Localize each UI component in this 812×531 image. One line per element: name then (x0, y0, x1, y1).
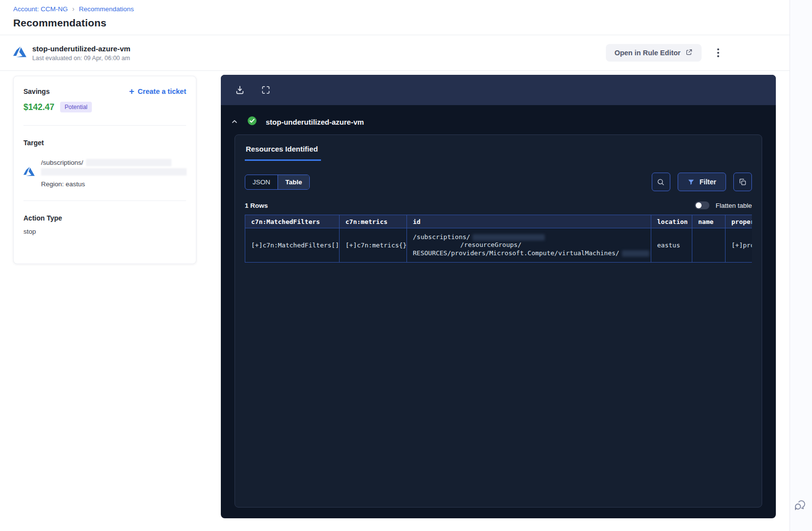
funnel-icon (687, 178, 695, 186)
open-rule-editor-label: Open in Rule Editor (615, 49, 681, 57)
header-actions: Open in Rule Editor (606, 44, 722, 62)
recommendation-identity: stop-underutilized-azure-vm Last evaluat… (13, 44, 130, 62)
recommendation-title-block: stop-underutilized-azure-vm Last evaluat… (32, 44, 130, 62)
redacted-text (86, 159, 171, 166)
action-type-label: Action Type (23, 214, 62, 222)
chevron-up-icon[interactable] (231, 118, 238, 126)
cell-metrics-expander[interactable]: [+]c7n:metrics{} (340, 228, 407, 263)
target-path-text: /subscriptions/ (41, 159, 83, 166)
table-row: [+]c7n:MatchedFilters[] [+]c7n:metrics{}… (245, 228, 752, 263)
view-mode-toggle: JSON Table (245, 175, 310, 190)
action-type-value: stop (23, 228, 186, 235)
cell-properties-expander[interactable]: [+]properties{} (726, 228, 752, 263)
panel-toolbar (221, 75, 776, 105)
right-rail (790, 0, 812, 531)
page-title: Recommendations (13, 17, 790, 29)
tab-resources-identified[interactable]: Resources Identified (245, 145, 321, 161)
redacted-text (622, 250, 649, 257)
card-divider (23, 200, 186, 201)
results-table: c7n:MatchedFilters c7n:metrics id locati… (245, 215, 752, 263)
view-mode-json[interactable]: JSON (245, 175, 278, 189)
main-content-column: Account: CCM-NG › Recommendations Recomm… (0, 0, 790, 531)
flatten-table-toggle[interactable] (695, 201, 709, 209)
resources-identified-card: Resources Identified JSON Table (235, 134, 762, 508)
recommendations-page: Account: CCM-NG › Recommendations Recomm… (0, 0, 812, 531)
recommendation-header: stop-underutilized-azure-vm Last evaluat… (0, 35, 790, 71)
resource-id-line1: /subscriptions/ (413, 233, 470, 241)
filter-label: Filter (700, 178, 716, 186)
plus-icon: + (129, 88, 134, 95)
breadcrumb-recommendations-link[interactable]: Recommendations (79, 5, 134, 13)
azure-logo-icon (13, 46, 26, 59)
cell-location: eastus (651, 228, 692, 263)
recommendation-name: stop-underutilized-azure-vm (32, 44, 130, 53)
search-button[interactable] (652, 173, 670, 191)
view-mode-table[interactable]: Table (278, 175, 309, 189)
column-header-location: location (651, 215, 692, 228)
copy-button[interactable] (733, 173, 752, 191)
cell-resource-id: /subscriptions/ /resourceGroups/ RESOURC… (407, 228, 651, 263)
more-options-menu-button[interactable] (714, 46, 722, 59)
azure-logo-icon-small (23, 167, 35, 178)
create-ticket-label: Create a ticket (138, 88, 186, 95)
cell-name (692, 228, 726, 263)
panel-rule-title: stop-underutilized-azure-vm (266, 118, 364, 126)
filter-button[interactable]: Filter (678, 173, 726, 191)
savings-amount: $142.47 (23, 102, 54, 112)
results-table-container: c7n:MatchedFilters c7n:metrics id locati… (245, 215, 752, 263)
breadcrumb-account-link[interactable]: Account: CCM-NG (13, 5, 68, 13)
potential-badge: Potential (60, 102, 92, 112)
external-link-icon (685, 48, 693, 57)
last-evaluated-text: Last evaluated on: 09 Apr, 06:00 am (32, 55, 130, 62)
column-header-matched-filters: c7n:MatchedFilters (245, 215, 340, 228)
savings-label: Savings (23, 88, 50, 95)
column-header-properties: properties (726, 215, 752, 228)
column-header-metrics: c7n:metrics (340, 215, 407, 228)
body-area: Savings + Create a ticket $142.47 Potent… (0, 68, 790, 531)
target-info: /subscriptions/ Region: eastus (41, 159, 187, 188)
column-header-id: id (407, 215, 651, 228)
redacted-text (472, 234, 545, 241)
chat-bubbles-icon[interactable] (793, 498, 808, 514)
flatten-table-control: Flatten table (695, 201, 752, 209)
column-header-name: name (692, 215, 726, 228)
open-rule-editor-button[interactable]: Open in Rule Editor (606, 44, 702, 62)
panel-titlebar: stop-underutilized-azure-vm (221, 105, 776, 134)
target-region-text: Region: eastus (41, 180, 187, 188)
rows-count: 1 Rows (245, 202, 268, 209)
create-ticket-button[interactable]: + Create a ticket (129, 88, 186, 95)
rule-output-panel: stop-underutilized-azure-vm Resources Id… (221, 75, 776, 518)
table-header-row: c7n:MatchedFilters c7n:metrics id locati… (245, 215, 752, 228)
card-divider (23, 125, 186, 126)
breadcrumb-separator-icon: › (72, 5, 75, 13)
check-circle-icon (247, 116, 257, 128)
fullscreen-icon[interactable] (261, 85, 271, 95)
redacted-text (41, 168, 187, 176)
breadcrumb: Account: CCM-NG › Recommendations (0, 0, 790, 13)
table-action-buttons: Filter (652, 173, 752, 191)
recommendation-summary-card: Savings + Create a ticket $142.47 Potent… (13, 76, 196, 264)
download-icon[interactable] (235, 85, 245, 95)
resource-id-line3: RESOURCES/providers/Microsoft.Compute/vi… (413, 249, 620, 257)
flatten-table-label: Flatten table (716, 202, 752, 209)
cell-matched-filters-expander[interactable]: [+]c7n:MatchedFilters[] (245, 228, 340, 263)
target-label: Target (23, 139, 44, 147)
resource-id-line2: /resourceGroups/ (460, 241, 521, 248)
